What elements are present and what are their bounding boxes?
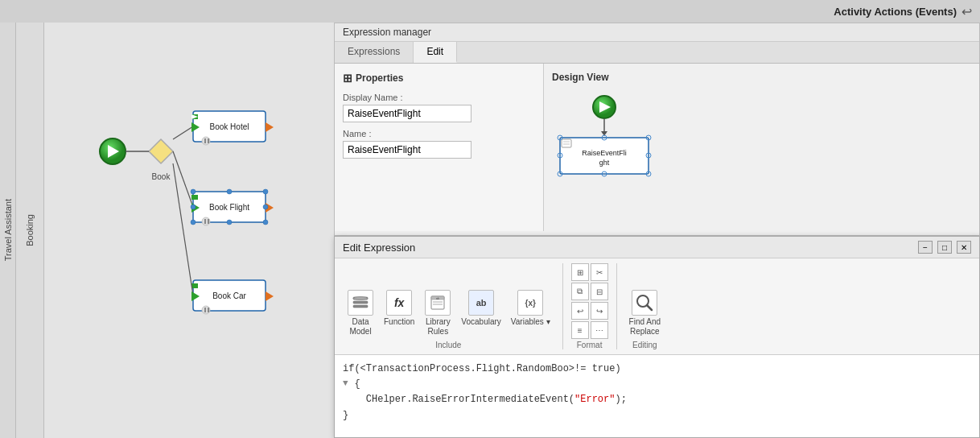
include-group: DataModel fx Function	[343, 287, 554, 349]
side-label-inner: Booking	[16, 23, 44, 438]
svg-line-19	[173, 163, 193, 295]
svg-rect-60	[353, 301, 368, 304]
svg-text:RaiseEventFli: RaiseEventFli	[582, 149, 627, 157]
format-btn-1[interactable]: ⊞	[571, 263, 589, 281]
display-name-input[interactable]	[343, 105, 471, 122]
format-btn-4[interactable]: ⊟	[591, 283, 608, 300]
svg-marker-16	[266, 291, 274, 301]
data-model-label: DataModel	[349, 317, 371, 337]
variables-label: Variables ▾	[511, 317, 550, 327]
library-rules-label: LibraryRules	[426, 317, 451, 337]
properties-icon: ⊞	[343, 72, 352, 85]
travel-assistant-label: Travel Assistant	[3, 199, 13, 261]
find-replace-label: Find AndReplace	[629, 317, 661, 337]
code-line-4: }	[343, 408, 971, 424]
design-view-svg: RaiseEventFli ght	[552, 91, 713, 204]
data-model-icon	[348, 290, 373, 316]
svg-marker-8	[266, 122, 274, 132]
svg-rect-31	[208, 308, 209, 312]
code-line-3: CHelper.RaiseErrorIntermediateEvent("Err…	[343, 392, 971, 407]
format-btn-3[interactable]: ⧉	[571, 283, 589, 300]
code-line-2: ▼ {	[343, 377, 971, 392]
svg-text:Book: Book	[152, 172, 171, 181]
properties-panel: ⊞ Properties Display Name : Name :	[335, 64, 544, 231]
find-replace-button[interactable]: Find AndReplace	[625, 287, 665, 339]
svg-point-40	[263, 220, 268, 225]
editing-items: Find AndReplace	[625, 287, 665, 339]
name-input[interactable]	[343, 141, 471, 159]
variables-icon: {x}	[517, 290, 543, 316]
data-model-button[interactable]: DataModel	[343, 287, 378, 339]
dialog-controls: − □ ✕	[918, 241, 971, 254]
dialog-title-bar: Edit Expression − □ ✕	[335, 237, 979, 258]
top-bar-title: Activity Actions (Events)	[834, 6, 957, 18]
svg-text:ab: ab	[436, 297, 439, 300]
design-view-header: Design View	[552, 72, 971, 83]
library-rules-button[interactable]: ab LibraryRules	[420, 287, 455, 339]
svg-point-39	[227, 220, 232, 225]
format-btn-7[interactable]: ≡	[571, 321, 589, 339]
format-btn-6[interactable]: ↪	[591, 302, 608, 320]
svg-point-34	[227, 189, 232, 194]
editing-group: Find AndReplace Editing	[625, 287, 665, 349]
top-bar: Activity Actions (Events) ↩	[826, 0, 980, 23]
svg-rect-61	[353, 305, 368, 308]
format-label: Format	[571, 341, 608, 349]
code-editor[interactable]: if(<TransactionProcess.Flight.RandomBoo>…	[335, 355, 979, 437]
svg-rect-27	[204, 219, 206, 224]
svg-point-33	[191, 189, 196, 194]
svg-text:Book Car: Book Car	[212, 291, 246, 300]
design-view-container: RaiseEventFli ght	[552, 91, 971, 242]
properties-header: ⊞ Properties	[343, 72, 535, 85]
svg-point-62	[353, 297, 368, 300]
function-button[interactable]: fx Function	[380, 287, 418, 339]
variables-button[interactable]: {x} Variables ▾	[507, 287, 554, 339]
include-label: Include	[343, 341, 554, 349]
maximize-button[interactable]: □	[937, 241, 952, 254]
find-replace-icon	[632, 290, 657, 316]
panels-row: ⊞ Properties Display Name : Name : Desig…	[335, 64, 979, 231]
editing-label: Editing	[625, 341, 665, 349]
format-btn-2[interactable]: ✂	[591, 263, 608, 281]
format-group: ⊞ ✂ ⧉ ⊟ ↩ ↪ ≡ ⋯ Format	[571, 263, 608, 349]
name-label: Name :	[343, 129, 535, 138]
svg-text:ght: ght	[599, 159, 610, 167]
svg-rect-30	[204, 308, 206, 312]
vocabulary-label: Vocabulary	[461, 317, 500, 327]
code-line-1: if(<TransactionProcess.Flight.RandomBoo>…	[343, 362, 971, 377]
svg-point-37	[263, 205, 268, 209]
include-items: DataModel fx Function	[343, 287, 554, 339]
expr-toolbar: DataModel fx Function	[335, 258, 979, 355]
svg-point-36	[191, 205, 196, 209]
svg-point-38	[191, 220, 196, 225]
tab-expressions[interactable]: Expressions	[335, 42, 414, 63]
bpmn-diagram: Book Hotel Book Flight Book Car	[44, 47, 334, 438]
dialog-title: Edit Expression	[343, 242, 415, 254]
function-label: Function	[384, 317, 414, 327]
booking-label: Booking	[25, 214, 35, 246]
format-btn-8[interactable]: ⋯	[591, 321, 608, 339]
vocabulary-icon: ab	[468, 290, 494, 316]
expr-manager-title: Expression manager	[335, 23, 979, 42]
library-rules-icon: ab	[425, 290, 451, 316]
close-button[interactable]: ✕	[957, 241, 971, 254]
function-icon: fx	[386, 290, 412, 316]
svg-line-18	[173, 151, 193, 207]
expr-tabs: Expressions Edit	[335, 42, 979, 64]
bpmn-container: Travel Assistant Booking Book Hotel	[0, 23, 334, 438]
fold-icon-1[interactable]: ▼	[343, 377, 348, 391]
svg-rect-15	[191, 283, 198, 288]
format-items: ⊞ ✂ ⧉ ⊟ ↩ ↪ ≡ ⋯	[571, 263, 608, 339]
design-view-panel: Design View	[544, 64, 979, 231]
vocabulary-button[interactable]: ab Vocabulary	[457, 287, 504, 339]
svg-text:Book Flight: Book Flight	[209, 203, 249, 212]
svg-rect-25	[208, 138, 209, 143]
format-btn-5[interactable]: ↩	[571, 302, 589, 320]
display-name-label: Display Name :	[343, 93, 535, 102]
back-icon[interactable]: ↩	[961, 4, 972, 19]
minimize-button[interactable]: −	[918, 241, 933, 254]
svg-rect-11	[191, 195, 198, 200]
side-label-outer: Travel Assistant	[0, 23, 16, 438]
tab-edit[interactable]: Edit	[414, 42, 457, 63]
edit-expression-dialog: Edit Expression − □ ✕	[334, 236, 980, 438]
